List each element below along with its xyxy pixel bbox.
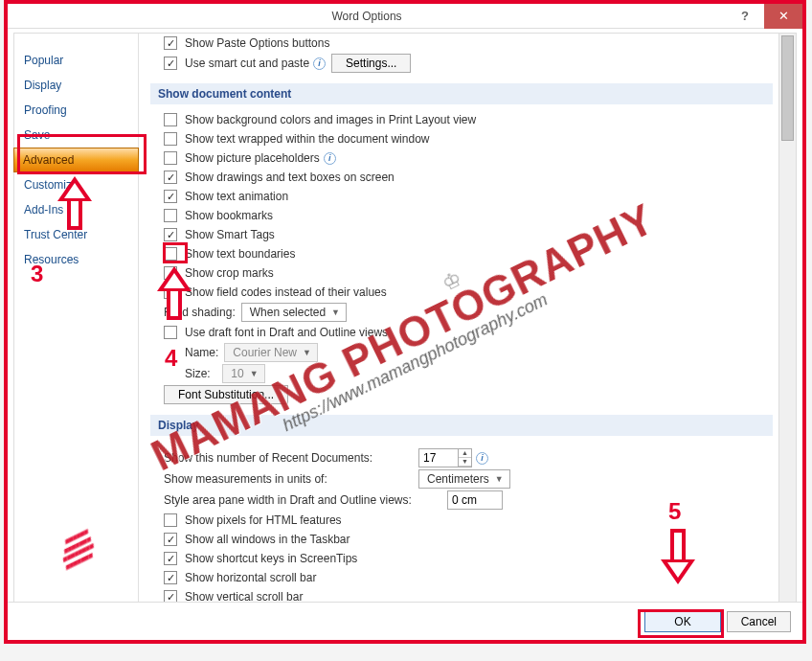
nav-addins[interactable]: Add-Ins: [14, 197, 138, 222]
close-icon[interactable]: ✕: [764, 4, 802, 29]
lbl-recent: Show this number of Recent Documents:: [164, 451, 413, 465]
lbl-draft-name: Name:: [185, 346, 218, 359]
nav-display[interactable]: Display: [14, 73, 138, 98]
scrollbar-thumb[interactable]: [781, 35, 794, 141]
nav-save[interactable]: Save: [14, 123, 138, 148]
chk-fieldc[interactable]: [164, 285, 177, 299]
font-sub-button[interactable]: Font Substitution...: [164, 385, 288, 404]
chk-shortcut[interactable]: [164, 552, 177, 565]
lbl-draft: Use draft font in Draft and Outline view…: [185, 326, 388, 339]
lbl-pixels: Show pixels for HTML features: [185, 513, 342, 527]
chevron-down-icon: ▼: [331, 308, 340, 317]
lbl-draft-size: Size:: [185, 367, 211, 380]
cancel-button[interactable]: Cancel: [727, 611, 791, 632]
spin-up-icon[interactable]: ▲: [459, 449, 471, 458]
select-shading[interactable]: When selected▼: [241, 303, 347, 322]
lbl-pic: Show picture placeholders: [185, 151, 320, 165]
chk-pic[interactable]: [164, 151, 177, 165]
chk-paste-options[interactable]: [164, 36, 177, 50]
lbl-draw: Show drawings and text boxes on screen: [185, 171, 395, 184]
chk-crop[interactable]: [164, 266, 177, 280]
chk-bg[interactable]: [164, 113, 177, 126]
nav-popular[interactable]: Popular: [14, 48, 138, 73]
window-title: Word Options: [8, 10, 726, 23]
nav-sidebar: Popular Display Proofing Save Advanced C…: [14, 34, 139, 633]
lbl-shortcut: Show shortcut keys in ScreenTips: [185, 552, 357, 565]
input-stylepane[interactable]: [447, 490, 503, 510]
lbl-smart-cut: Use smart cut and paste: [185, 57, 309, 70]
title-bar: Word Options ? ✕: [8, 4, 802, 29]
chk-draw[interactable]: [164, 171, 177, 184]
lbl-wrap: Show text wrapped within the document wi…: [185, 132, 429, 146]
chk-bound[interactable]: [164, 247, 177, 261]
chevron-down-icon: ▼: [303, 348, 311, 357]
info-icon[interactable]: i: [324, 152, 336, 165]
lbl-stylepane: Style area pane width in Draft and Outli…: [164, 493, 441, 507]
chk-draft[interactable]: [164, 326, 177, 339]
lbl-crop: Show crop marks: [185, 266, 274, 280]
lbl-book: Show bookmarks: [185, 209, 273, 222]
options-panel: Show Paste Options buttons Use smart cut…: [139, 34, 778, 627]
chk-taskbar[interactable]: [164, 533, 177, 546]
chk-hscroll[interactable]: [164, 571, 177, 584]
lbl-shading: Field shading:: [164, 306, 236, 319]
spin-recent[interactable]: ▲▼: [418, 448, 472, 467]
nav-customize[interactable]: Customize: [14, 172, 138, 197]
info-icon[interactable]: i: [313, 57, 326, 70]
input-recent[interactable]: [419, 449, 458, 467]
nav-proofing[interactable]: Proofing: [14, 98, 138, 123]
spin-down-icon[interactable]: ▼: [459, 458, 471, 467]
lbl-hscroll: Show horizontal scroll bar: [185, 571, 316, 584]
help-icon[interactable]: ?: [726, 4, 764, 29]
lbl-paste-options: Show Paste Options buttons: [185, 36, 329, 50]
chevron-down-icon: ▼: [250, 369, 259, 378]
select-draft-size: 10▼: [222, 364, 264, 383]
chk-smart[interactable]: [164, 228, 177, 241]
info-icon[interactable]: i: [476, 452, 488, 465]
dialog-footer: OK Cancel: [8, 602, 802, 640]
chk-smart-cut[interactable]: [164, 57, 177, 70]
ok-button[interactable]: OK: [644, 611, 720, 632]
chk-anim[interactable]: [164, 190, 177, 203]
chk-book[interactable]: [164, 209, 177, 222]
section-display: Display: [150, 415, 773, 436]
section-doc-content: Show document content: [150, 83, 773, 104]
select-units[interactable]: Centimeters▼: [418, 469, 510, 489]
lbl-units: Show measurements in units of:: [164, 472, 413, 486]
lbl-taskbar: Show all windows in the Taskbar: [185, 533, 350, 546]
select-draft-name: Courier New▼: [224, 343, 318, 362]
chk-pixels[interactable]: [164, 513, 177, 527]
vertical-scrollbar[interactable]: [778, 34, 796, 627]
lbl-fieldc: Show field codes instead of their values: [185, 285, 387, 299]
lbl-anim: Show text animation: [185, 190, 288, 203]
nav-resources[interactable]: Resources: [14, 247, 138, 272]
lbl-smart: Show Smart Tags: [185, 228, 275, 241]
nav-trust[interactable]: Trust Center: [14, 222, 138, 247]
lbl-bg: Show background colors and images in Pri…: [185, 113, 476, 126]
nav-advanced[interactable]: Advanced: [13, 148, 139, 172]
chevron-down-icon: ▼: [495, 474, 504, 484]
lbl-bound: Show text boundaries: [185, 247, 295, 261]
chk-wrap[interactable]: [164, 132, 177, 146]
settings-button[interactable]: Settings...: [331, 54, 411, 73]
